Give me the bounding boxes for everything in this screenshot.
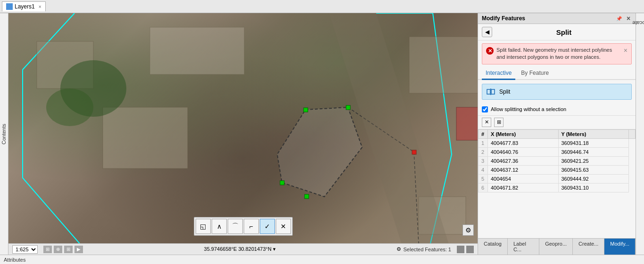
row-number: 3 <box>479 156 488 165</box>
y-value: 3609431.10 <box>558 183 629 192</box>
tab-by-feature[interactable]: By Feature <box>517 67 553 80</box>
table-row[interactable]: 2 4004640.76 3609446.74 <box>479 147 636 156</box>
col-hash: # <box>479 129 488 138</box>
table-row[interactable]: 3 4004627.36 3609421.25 <box>479 156 636 165</box>
split-tool-label: Split <box>499 88 510 95</box>
panel-close-btn[interactable]: × <box>625 15 632 22</box>
tab-close-btn[interactable]: × <box>39 4 41 9</box>
status-bar: 1:625 ⊞ ⊕ ⊞ ▶ 35.9746658°E 30.8201473°N … <box>8 243 478 255</box>
y-value: 3609446.74 <box>558 147 629 156</box>
row-number: 4 <box>479 165 488 174</box>
table-row[interactable]: 5 4004654 3609444.92 <box>479 174 636 183</box>
delete-row-btn[interactable]: ✕ <box>482 118 491 127</box>
tab-label-c[interactable]: Label C... <box>508 239 539 255</box>
y-value: 3609444.92 <box>558 174 629 183</box>
error-message: Split failed. New geometry must intersec… <box>496 47 621 61</box>
tab-modify[interactable]: Modify... <box>604 239 636 255</box>
tool-list: Split <box>478 80 636 104</box>
panel-nav: ◀ Split <box>478 24 636 40</box>
panel-tabs: Interactive By Feature <box>478 67 636 80</box>
row-number: 1 <box>479 138 488 147</box>
selected-features-label: Selected Features: 1 <box>403 247 451 252</box>
x-value: 4004654 <box>488 174 559 183</box>
tab-create[interactable]: Create... <box>573 239 604 255</box>
table-row[interactable]: 1 4004677.83 3609431.18 <box>479 138 636 147</box>
map-area[interactable]: ◱ ∧ ⌒ ⌐ ✓ ✕ ⚙ 1:625 ⊞ ⊕ ⊞ ▶ 35.9746658°E… <box>8 13 478 255</box>
tab-label: Layers1 <box>15 3 35 10</box>
table-row[interactable]: 6 4004671.82 3609431.10 <box>479 183 636 192</box>
gear-btn[interactable]: ⚙ <box>462 224 474 236</box>
x-value: 4004677.83 <box>488 138 559 147</box>
x-value: 4004637.12 <box>488 165 559 174</box>
error-banner: ✕ Split failed. New geometry must inters… <box>482 43 632 64</box>
main-layout: Contents <box>0 13 644 255</box>
coord-text: 35.9746658°E 30.8201473°N <box>204 246 272 252</box>
split-tool-item[interactable]: Split <box>482 84 632 100</box>
grid-icon[interactable]: ⊞ <box>64 246 73 253</box>
y-value: 3609421.25 <box>558 156 629 165</box>
curve-tool-btn[interactable]: ⌒ <box>228 219 243 234</box>
panel-title: Modify Features <box>482 15 525 22</box>
split-icon <box>486 87 495 96</box>
table-row[interactable]: 4 4004637.12 3609415.63 <box>479 165 636 174</box>
map-tab[interactable]: Layers1 × <box>2 1 46 11</box>
panel-title-bar: Modify Features 📌 × <box>478 13 636 24</box>
x-value: 4004640.76 <box>488 147 559 156</box>
splitting-checkbox[interactable] <box>482 106 488 112</box>
table-toolbar: ✕ ⊞ <box>478 116 636 129</box>
line-tool-btn[interactable]: ∧ <box>212 219 227 234</box>
svg-rect-18 <box>491 89 495 94</box>
svg-rect-17 <box>487 89 490 94</box>
col-scroll <box>629 129 636 138</box>
reshape-tool-btn[interactable]: ◱ <box>196 219 211 234</box>
attributes-bar: Attributes <box>0 255 644 264</box>
status-icons: ⊞ ⊕ ⊞ ▶ <box>43 246 83 253</box>
add-row-btn[interactable]: ⊞ <box>494 118 504 127</box>
tab-interactive[interactable]: Interactive <box>482 67 515 80</box>
tab-catalog[interactable]: Catalog <box>478 239 508 255</box>
row-number: 5 <box>479 174 488 183</box>
tab-geopro[interactable]: Geopro... <box>539 239 573 255</box>
coordinates-table-area: ✕ ⊞ # X (Meters) Y (Meters) 1 <box>478 115 636 238</box>
contents-sidebar[interactable]: Contents <box>0 13 8 255</box>
panel-controls: 📌 × <box>616 15 632 22</box>
attributes-label: Attributes <box>4 257 25 263</box>
zoom-icon[interactable]: ⊕ <box>54 246 62 253</box>
check-tool-btn[interactable]: ✓ <box>260 219 275 234</box>
row-number: 2 <box>479 147 488 156</box>
x-value: 4004671.82 <box>488 183 559 192</box>
y-value: 3609415.63 <box>558 165 629 174</box>
pin-btn[interactable]: 📌 <box>616 15 622 22</box>
layers-icon <box>6 3 13 10</box>
checkbox-row: Allow splitting without a selection <box>478 104 636 115</box>
table-scroll[interactable]: # X (Meters) Y (Meters) 1 4004677.83 360… <box>478 129 636 238</box>
row-number: 6 <box>479 183 488 192</box>
locate-label: Locate <box>632 20 644 26</box>
scale-select[interactable]: 1:625 <box>12 245 38 254</box>
angle-tool-btn[interactable]: ⌐ <box>244 219 259 234</box>
error-icon: ✕ <box>486 47 494 55</box>
contents-label: Contents <box>1 123 7 144</box>
delete-tool-btn[interactable]: ✕ <box>276 219 291 234</box>
error-close-btn[interactable]: × <box>624 47 627 54</box>
col-x: X (Meters) <box>488 129 559 138</box>
splitting-label[interactable]: Allow splitting without a selection <box>491 106 566 112</box>
back-btn[interactable]: ◀ <box>482 27 492 37</box>
map-toolbar: ◱ ∧ ⌒ ⌐ ✓ ✕ <box>194 217 293 236</box>
refresh-btn[interactable] <box>466 246 474 253</box>
nav-icon[interactable]: ▶ <box>74 246 83 253</box>
pause-btn[interactable] <box>457 246 464 253</box>
coords-display: 35.9746658°E 30.8201473°N ▾ <box>89 246 391 252</box>
coordinates-table: # X (Meters) Y (Meters) 1 4004677.83 360… <box>478 129 636 192</box>
x-value: 4004627.36 <box>488 156 559 165</box>
title-bar: Layers1 × <box>0 0 644 13</box>
col-y: Y (Meters) <box>558 129 629 138</box>
coord-dropdown-btn[interactable]: ▾ <box>273 246 276 252</box>
y-value: 3609431.18 <box>558 138 629 147</box>
bottom-tabs: Catalog Label C... Geopro... Create... M… <box>478 238 636 255</box>
locate-sidebar[interactable]: Locate <box>636 13 644 255</box>
fit-icon[interactable]: ⊞ <box>43 246 52 253</box>
modify-features-panel: Modify Features 📌 × ◀ Split ✕ Split fail… <box>478 13 636 255</box>
section-title: Split <box>496 28 632 36</box>
